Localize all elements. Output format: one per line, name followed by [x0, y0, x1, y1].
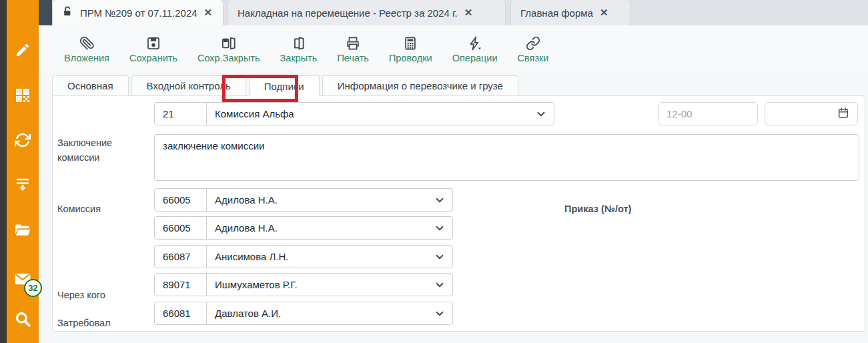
chevron-down-icon[interactable]: [427, 217, 452, 239]
signer-label: Через кого: [57, 290, 105, 300]
toolbar-button-label: Печать: [337, 53, 369, 63]
signer-code[interactable]: 66005: [155, 189, 207, 211]
signer-combobox-zatreboval[interactable]: 66005 Адилова Н.А.: [154, 216, 453, 240]
close-icon[interactable]: ✕: [464, 7, 473, 19]
tab-osnovnaya[interactable]: Основная: [52, 75, 129, 95]
folder-icon[interactable]: [7, 221, 39, 240]
window-tab-label: Накладная на перемещение - Реестр за 202…: [238, 7, 458, 19]
chevron-down-icon[interactable]: [427, 302, 452, 324]
tab-perevozchik-gruz[interactable]: Информация о перевозчике и грузе: [322, 75, 518, 95]
toolbar-button-label: Закрыть: [280, 53, 318, 63]
window-tab-bar: ПРМ №209 от 07.11.2024 ✕ Накладная на пе…: [39, 0, 868, 25]
save-icon: [146, 36, 161, 51]
commission-name[interactable]: Комиссия Альфа: [207, 103, 528, 125]
refresh-icon[interactable]: [7, 131, 39, 149]
window-edge-strip: [0, 0, 7, 343]
order-date-input[interactable]: [765, 102, 858, 125]
link-icon: [526, 36, 540, 51]
signer-code[interactable]: 89071: [155, 274, 207, 296]
order-number-input[interactable]: 12-00: [658, 102, 758, 125]
attachments-button[interactable]: Вложения: [64, 36, 109, 63]
commission-code[interactable]: 21: [155, 103, 207, 125]
signer-combobox-cherez-kogo[interactable]: 66005 Адилова Н.А.: [154, 188, 453, 212]
commission-combobox[interactable]: 21 Комиссия Альфа: [154, 102, 554, 125]
tab-vhodnoy-kontrol[interactable]: Входной контроль: [131, 75, 246, 95]
document-toolbar: Вложения Сохранить Сохр.Закрыть: [39, 25, 868, 73]
window-tab-register[interactable]: Накладная на перемещение - Реестр за 202…: [228, 0, 506, 25]
save-close-icon: [221, 36, 237, 51]
postings-button[interactable]: Проводки: [389, 36, 432, 63]
toolbar-button-label: Вложения: [64, 53, 109, 63]
form-tab-bar: Основная Входной контроль Подписи Информ…: [52, 75, 521, 95]
operations-button[interactable]: Операции: [452, 36, 498, 63]
paperclip-icon: [79, 36, 95, 51]
window-tab-document[interactable]: ПРМ №209 от 07.11.2024 ✕: [52, 0, 224, 25]
close-icon[interactable]: ✕: [204, 7, 213, 19]
print-button[interactable]: Печать: [337, 36, 369, 63]
signer-code[interactable]: 66081: [155, 302, 207, 324]
signer-name[interactable]: Давлатов А.И.: [207, 302, 427, 324]
toolbar-button-label: Операции: [452, 53, 498, 63]
conclusion-textarea[interactable]: заключение комиссии: [154, 134, 859, 181]
calculator-icon: [403, 36, 418, 51]
pencil-icon[interactable]: [7, 41, 39, 59]
printer-icon: [346, 36, 360, 51]
order-label: Приказ (№/от): [564, 204, 631, 214]
chevron-down-icon[interactable]: [427, 274, 452, 296]
app-sidebar: 32: [7, 0, 39, 343]
chevron-down-icon[interactable]: [427, 189, 452, 211]
toolbar-button-label: Сохр.Закрыть: [197, 53, 260, 63]
save-close-button[interactable]: Сохр.Закрыть: [197, 36, 260, 63]
save-button[interactable]: Сохранить: [129, 36, 177, 63]
mail-badge: 32: [24, 279, 42, 297]
window-tab-label: ПРМ №209 от 07.11.2024: [80, 7, 197, 19]
export-list-icon[interactable]: [7, 176, 39, 194]
window-tab-label: Главная форма: [520, 7, 593, 19]
main-content: ПРМ №209 от 07.11.2024 ✕ Накладная на пе…: [39, 0, 868, 343]
chevron-down-icon[interactable]: [528, 103, 554, 125]
links-button[interactable]: Связки: [518, 36, 549, 63]
door-close-icon: [291, 36, 306, 51]
signatures-panel: Комиссия 21 Комиссия Альфа Приказ (№/от)…: [52, 95, 865, 332]
conclusion-label: Заключение комиссии: [57, 136, 141, 165]
signer-combobox-razreshil[interactable]: 66087 Анисимова Л.Н.: [154, 245, 453, 268]
signer-name[interactable]: Адилова Н.А.: [207, 189, 427, 211]
signer-combobox-poluchil[interactable]: 66081 Давлатов А.И.: [154, 302, 453, 325]
close-icon[interactable]: ✕: [600, 7, 608, 19]
calendar-icon[interactable]: [837, 107, 849, 121]
signer-code[interactable]: 66087: [155, 246, 207, 268]
close-document-button[interactable]: Закрыть: [280, 36, 318, 63]
signer-combobox-otpustil[interactable]: 89071 Ишмухаметов Р.Г.: [154, 273, 453, 296]
signer-name[interactable]: Анисимова Л.Н.: [207, 246, 427, 268]
mail-icon[interactable]: 32: [7, 270, 39, 288]
tab-podpisi[interactable]: Подписи: [249, 75, 320, 96]
toolbar-button-label: Проводки: [389, 53, 432, 63]
toolbar-button-label: Сохранить: [129, 53, 177, 63]
qr-code-icon[interactable]: [7, 86, 39, 105]
signer-code[interactable]: 66005: [155, 217, 207, 239]
commission-label: Комиссия: [57, 204, 101, 214]
signer-name[interactable]: Адилова Н.А.: [207, 217, 427, 239]
lightning-dropdown-icon: [467, 36, 483, 51]
chevron-down-icon[interactable]: [427, 246, 452, 268]
unlocked-padlock-icon: [62, 6, 73, 19]
window-tab-main-form[interactable]: Главная форма ✕: [510, 0, 630, 25]
search-icon[interactable]: [7, 310, 39, 328]
tabbar-left-accent: [39, 0, 52, 25]
toolbar-button-label: Связки: [518, 53, 549, 63]
signer-label: Затребовал: [57, 318, 111, 328]
signer-name[interactable]: Ишмухаметов Р.Г.: [207, 274, 427, 296]
